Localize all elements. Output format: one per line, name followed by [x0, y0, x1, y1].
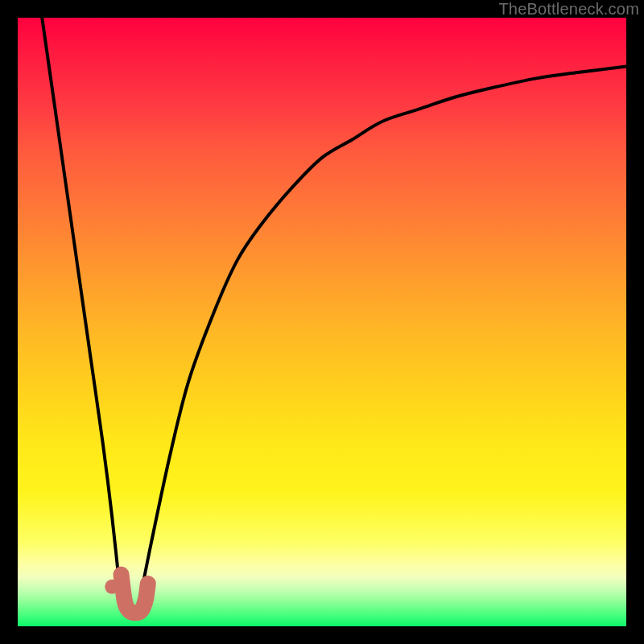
curve-layer — [18, 18, 626, 626]
curve-left-branch — [42, 18, 121, 602]
plot-area — [18, 18, 626, 626]
watermark-text: TheBottleneck.com — [498, 0, 639, 19]
marker-j-stroke — [122, 575, 148, 613]
chart-frame: TheBottleneck.com — [0, 0, 644, 644]
curve-right-branch — [139, 66, 626, 601]
marker-dot — [105, 580, 119, 594]
